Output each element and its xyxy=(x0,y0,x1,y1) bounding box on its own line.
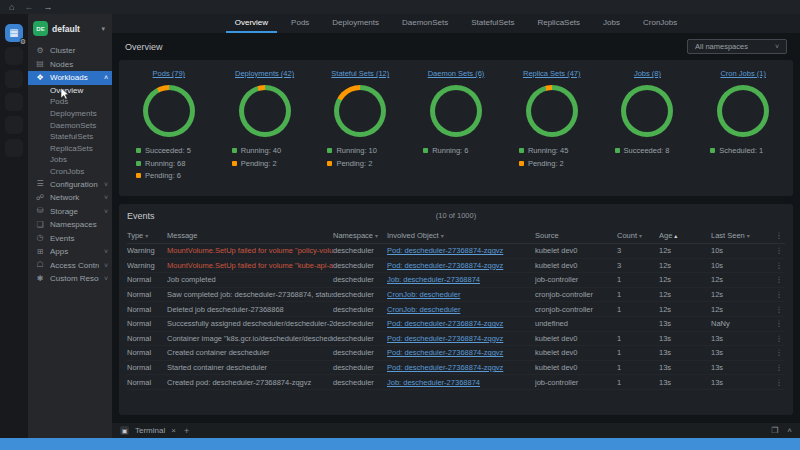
table-row[interactable]: WarningMountVolume.SetUp failed for volu… xyxy=(127,259,785,274)
tab-overview[interactable]: Overview xyxy=(226,14,277,33)
row-menu-icon[interactable]: ⋮ xyxy=(773,305,785,314)
window-top-bar: ⌂ ← → xyxy=(0,0,800,14)
tab-daemonsets[interactable]: DaemonSets xyxy=(393,14,457,33)
sidebar-item-label: Access Control xyxy=(50,261,99,270)
table-row[interactable]: NormalJob completeddeschedulerJob: desch… xyxy=(127,273,785,288)
close-terminal-icon[interactable]: × xyxy=(171,426,176,435)
involved-object-link[interactable]: CronJob: descheduler xyxy=(387,305,460,314)
table-row[interactable]: NormalDeleted job descheduler-27368868de… xyxy=(127,302,785,317)
row-menu-icon[interactable]: ⋮ xyxy=(773,319,785,328)
sidebar-subitem-replicasets[interactable]: ReplicaSets xyxy=(28,142,112,154)
sidebar-subitem-deployments[interactable]: Deployments xyxy=(28,108,112,120)
table-row[interactable]: NormalSaw completed job: descheduler-273… xyxy=(127,288,785,303)
terminal-tab-label[interactable]: Terminal xyxy=(135,426,165,435)
involved-object-link[interactable]: Pod: descheduler-27368874-zqgvz xyxy=(387,334,503,343)
tab-pods[interactable]: Pods xyxy=(282,14,318,33)
sidebar-item-network[interactable]: ☍Network˅ xyxy=(28,191,112,205)
column-header-namespace[interactable]: Namespace▾ xyxy=(333,231,387,240)
chart-title-link[interactable]: Jobs (8) xyxy=(634,69,661,78)
tab-jobs[interactable]: Jobs xyxy=(594,14,629,33)
tab-cronjobs[interactable]: CronJobs xyxy=(634,14,686,33)
collapse-dock-icon[interactable]: ˄ xyxy=(787,426,792,435)
row-menu-icon[interactable]: ⋮ xyxy=(773,275,785,284)
sidebar-item-label: Workloads xyxy=(50,73,99,82)
event-type-cell: Warning xyxy=(127,246,167,255)
event-lastseen-cell: 13s xyxy=(711,348,773,357)
involved-object-link[interactable]: Pod: descheduler-27368874-zqgvz xyxy=(387,363,503,372)
row-menu-icon[interactable]: ⋮ xyxy=(773,290,785,299)
involved-object-link[interactable]: Pod: descheduler-27368874-zqgvz xyxy=(387,348,503,357)
chart-title-link[interactable]: Replica Sets (47) xyxy=(523,69,581,78)
involved-object-link[interactable]: Job: descheduler-27368874 xyxy=(387,378,480,387)
event-age-cell: 13s xyxy=(659,319,711,328)
row-menu-icon[interactable]: ⋮ xyxy=(773,378,785,387)
chart-title-link[interactable]: Stateful Sets (12) xyxy=(331,69,389,78)
sidebar-subitem-overview[interactable]: Overview xyxy=(28,85,112,97)
involved-object-link[interactable]: Pod: descheduler-27368874-zqgvz xyxy=(387,261,503,270)
nodes-icon: ▤ xyxy=(35,60,45,68)
event-source-cell: cronjob-controller xyxy=(535,305,617,314)
hotbar: ▦ ⚙ xyxy=(0,14,28,438)
sidebar-subitem-daemonsets[interactable]: DaemonSets xyxy=(28,119,112,131)
tab-replicasets[interactable]: ReplicaSets xyxy=(528,14,589,33)
row-menu-icon[interactable]: ⋮ xyxy=(773,348,785,357)
involved-object-link[interactable]: Job: descheduler-27368874 xyxy=(387,275,480,284)
sidebar-subitem-statefulsets[interactable]: StatefulSets xyxy=(28,131,112,143)
chart-title-link[interactable]: Deployments (42) xyxy=(235,69,294,78)
row-menu-icon[interactable]: ⋮ xyxy=(773,363,785,372)
sidebar-item-configuration[interactable]: ☰Configuration˅ xyxy=(28,177,112,191)
table-row[interactable]: NormalCreated pod: descheduler-27368874-… xyxy=(127,375,785,390)
back-icon[interactable]: ← xyxy=(24,3,33,12)
row-menu-icon[interactable]: ⋮ xyxy=(773,246,785,255)
sidebar-item-custom-resources[interactable]: ✱Custom Resources˅ xyxy=(28,272,112,286)
column-header-last-seen[interactable]: Last Seen▾ xyxy=(711,231,773,240)
tab-statefulsets[interactable]: StatefulSets xyxy=(462,14,523,33)
chart-title-link[interactable]: Daemon Sets (6) xyxy=(428,69,485,78)
sidebar-subitem-jobs[interactable]: Jobs xyxy=(28,154,112,166)
row-menu-icon[interactable]: ⋮ xyxy=(773,261,785,270)
column-header-involved-object[interactable]: Involved Object▾ xyxy=(387,231,535,240)
namespace-select[interactable]: All namespaces ˅ xyxy=(687,39,787,54)
sidebar-item-access-control[interactable]: ☖Access Control˅ xyxy=(28,258,112,272)
event-namespace-cell: descheduler xyxy=(333,348,387,357)
cluster-name: default xyxy=(52,24,97,34)
sidebar-item-cluster[interactable]: ⚙Cluster xyxy=(28,44,112,58)
column-header-count[interactable]: Count▾ xyxy=(617,231,659,240)
sidebar-item-workloads[interactable]: ❖Workloads˄ xyxy=(28,71,112,85)
home-icon[interactable]: ⌂ xyxy=(9,3,14,12)
involved-object-link[interactable]: Pod: descheduler-27368874-zqgvz xyxy=(387,246,503,255)
event-type-cell: Normal xyxy=(127,319,167,328)
chart-title-link[interactable]: Cron Jobs (1) xyxy=(720,69,765,78)
column-header-message[interactable]: Message xyxy=(167,231,333,240)
sidebar-item-nodes[interactable]: ▤Nodes xyxy=(28,58,112,72)
event-source-cell: cronjob-controller xyxy=(535,290,617,299)
add-terminal-icon[interactable]: + xyxy=(184,426,189,436)
table-row[interactable]: WarningMountVolume.SetUp failed for volu… xyxy=(127,244,785,259)
sidebar-item-apps[interactable]: ⊞Apps˅ xyxy=(28,245,112,259)
forward-icon[interactable]: → xyxy=(43,3,52,12)
sidebar-item-events[interactable]: ◷Events xyxy=(28,231,112,245)
tab-deployments[interactable]: Deployments xyxy=(323,14,388,33)
sidebar-subitem-pods[interactable]: Pods xyxy=(28,96,112,108)
column-header-type[interactable]: Type▾ xyxy=(127,231,167,240)
table-row[interactable]: NormalContainer image "k8s.gcr.io/desche… xyxy=(127,332,785,347)
sidebar-item-storage[interactable]: ⛁Storage˅ xyxy=(28,204,112,218)
expand-dock-icon[interactable]: ❐ xyxy=(771,426,778,435)
cluster-selector[interactable]: DE default ▾ xyxy=(28,14,112,42)
event-namespace-cell: descheduler xyxy=(333,305,387,314)
events-menu-icon[interactable]: ⋮ xyxy=(773,231,785,240)
column-label: Namespace xyxy=(333,231,373,240)
column-header-source[interactable]: Source xyxy=(535,231,617,240)
table-row[interactable]: NormalStarted container deschedulerdesch… xyxy=(127,361,785,376)
chart-title-link[interactable]: Pods (79) xyxy=(153,69,186,78)
table-row[interactable]: NormalSuccessfully assigned descheduler/… xyxy=(127,317,785,332)
row-menu-icon[interactable]: ⋮ xyxy=(773,334,785,343)
table-row[interactable]: NormalCreated container deschedulerdesch… xyxy=(127,346,785,361)
legend-label: Succeeded: 8 xyxy=(624,146,670,155)
involved-object-link[interactable]: CronJob: descheduler xyxy=(387,290,460,299)
column-header-age[interactable]: Age▴ xyxy=(659,231,711,240)
sidebar-item-namespaces[interactable]: ❏Namespaces xyxy=(28,218,112,232)
involved-object-link[interactable]: Pod: descheduler-27368874-zqgvz xyxy=(387,319,503,328)
sidebar-subitem-cronjobs[interactable]: CronJobs xyxy=(28,166,112,178)
active-cluster-button[interactable]: ▦ ⚙ xyxy=(5,24,23,42)
